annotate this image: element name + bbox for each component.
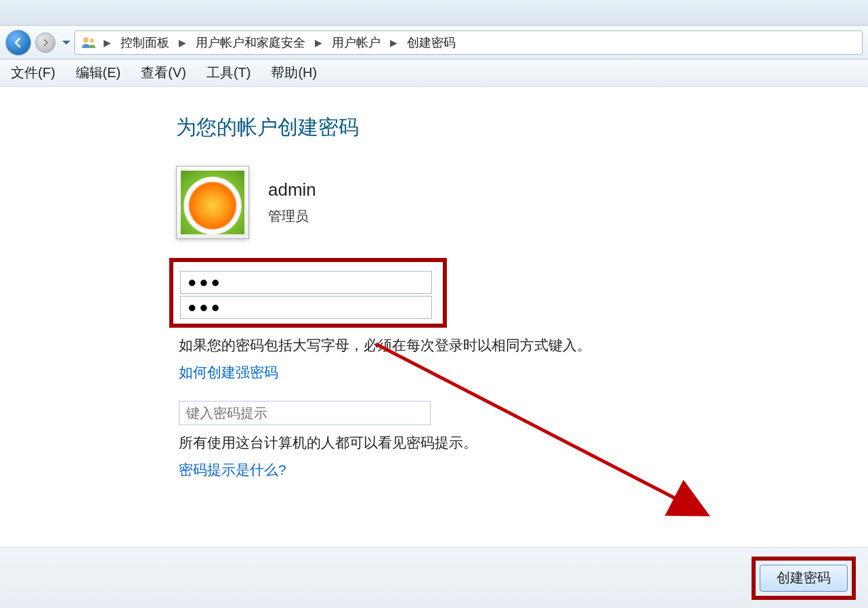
hint-visibility-note: 所有使用这台计算机的人都可以看见密码提示。 xyxy=(179,433,868,452)
breadcrumb-item[interactable]: 创建密码 xyxy=(404,33,458,52)
address-bar[interactable]: ▶ 控制面板 ▶ 用户帐户和家庭安全 ▶ 用户帐户 ▶ 创建密码 xyxy=(74,30,863,55)
user-info-row: admin 管理员 xyxy=(176,166,868,239)
user-info: admin 管理员 xyxy=(268,179,316,225)
strong-password-link[interactable]: 如何创建强密码 xyxy=(179,363,278,382)
caps-lock-note: 如果您的密码包括大写字母，必须在每次登录时以相同方式键入。 xyxy=(179,336,868,355)
forward-button[interactable] xyxy=(35,32,56,53)
user-accounts-icon xyxy=(81,36,97,49)
what-is-hint-link[interactable]: 密码提示是什么? xyxy=(179,460,286,479)
avatar xyxy=(176,166,249,239)
create-password-button[interactable]: 创建密码 xyxy=(760,565,848,592)
footer-bar: 创建密码 xyxy=(0,547,868,608)
svg-point-0 xyxy=(83,37,89,43)
breadcrumb-separator-icon: ▶ xyxy=(101,37,114,48)
password-input[interactable] xyxy=(180,271,432,294)
content-pane: 为您的帐户创建密码 admin 管理员 如果您的密码包括大写字母，必须在每次登录… xyxy=(0,87,868,547)
page-title: 为您的帐户创建密码 xyxy=(176,114,868,142)
svg-point-1 xyxy=(90,39,94,43)
menu-edit[interactable]: 编辑(E) xyxy=(74,61,123,85)
annotation-highlight-box xyxy=(169,258,447,328)
breadcrumb-separator-icon: ▶ xyxy=(176,37,189,48)
breadcrumb-separator-icon: ▶ xyxy=(387,37,400,48)
password-hint-input[interactable] xyxy=(179,401,431,425)
nav-history-dropdown-icon[interactable] xyxy=(62,41,70,45)
navigation-toolbar: ▶ 控制面板 ▶ 用户帐户和家庭安全 ▶ 用户帐户 ▶ 创建密码 xyxy=(0,26,868,60)
annotation-highlight-box: 创建密码 xyxy=(752,557,856,600)
menu-bar: 文件(F) 编辑(E) 查看(V) 工具(T) 帮助(H) xyxy=(0,60,868,87)
user-name: admin xyxy=(268,179,316,200)
svg-line-2 xyxy=(376,344,704,513)
menu-file[interactable]: 文件(F) xyxy=(9,61,57,85)
menu-tools[interactable]: 工具(T) xyxy=(205,61,253,85)
menu-view[interactable]: 查看(V) xyxy=(139,61,188,85)
browser-tab-bar xyxy=(0,0,868,26)
breadcrumb-separator-icon: ▶ xyxy=(312,37,325,48)
menu-help[interactable]: 帮助(H) xyxy=(269,61,318,85)
avatar-image-icon xyxy=(181,171,244,234)
user-role: 管理员 xyxy=(268,207,316,225)
breadcrumb-item[interactable]: 用户帐户 xyxy=(329,33,383,52)
breadcrumb-item[interactable]: 用户帐户和家庭安全 xyxy=(193,33,308,52)
confirm-password-input[interactable] xyxy=(180,296,432,319)
breadcrumb-item[interactable]: 控制面板 xyxy=(118,33,172,52)
back-button[interactable] xyxy=(5,30,31,56)
